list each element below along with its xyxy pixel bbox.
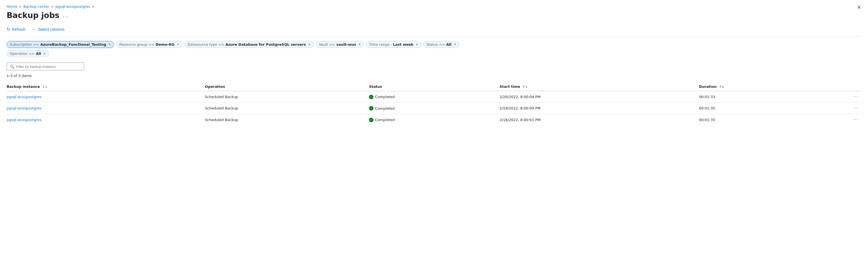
cell-operation: Scheduled Backup bbox=[205, 91, 369, 103]
select-columns-icon: → bbox=[32, 27, 36, 32]
row-more-button[interactable]: ··· bbox=[827, 103, 861, 114]
cell-backup-instance: pgsql-wus\postgres bbox=[7, 114, 205, 125]
breadcrumb-backup-center[interactable]: Backup center bbox=[23, 4, 49, 8]
cell-start-time: 2/20/2022, 8:00:04 PM bbox=[500, 91, 699, 103]
search-input-wrap: 🔍 bbox=[7, 63, 84, 70]
table-row: pgsql-wus\postgres Scheduled Backup ✓ Co… bbox=[7, 103, 861, 114]
breadcrumb-sep-3: > bbox=[92, 5, 95, 8]
filter-subscription[interactable]: Subscription == AzureBackup_Functional_T… bbox=[7, 41, 114, 48]
cell-status: ✓ Completed bbox=[369, 114, 500, 125]
sort-icon-backup-instance[interactable]: ↑↓ bbox=[42, 85, 47, 89]
cell-status: ✓ Completed bbox=[369, 103, 500, 114]
search-input[interactable] bbox=[16, 64, 81, 69]
filters-row-2: Operation == All ✕ bbox=[7, 50, 861, 57]
status-completed-icon: ✓ bbox=[369, 118, 373, 122]
filter-time-range[interactable]: Time range : Last week ✕ bbox=[366, 41, 421, 48]
status-completed-icon: ✓ bbox=[369, 106, 373, 111]
filters-row: Subscription == AzureBackup_Functional_T… bbox=[7, 41, 861, 48]
col-actions bbox=[827, 82, 861, 91]
filter-subscription-close[interactable]: ✕ bbox=[108, 42, 111, 46]
status-completed: ✓ Completed bbox=[369, 118, 395, 122]
cell-operation: Scheduled Backup bbox=[205, 103, 369, 114]
col-operation: Operation bbox=[205, 82, 369, 91]
col-backup-instance: Backup instance ↑↓ bbox=[7, 82, 205, 91]
filter-resource-group-close[interactable]: ✕ bbox=[177, 42, 179, 46]
table-row: pgsql-wus\postgres Scheduled Backup ✓ Co… bbox=[7, 114, 861, 125]
col-status: Status bbox=[369, 82, 500, 91]
breadcrumb-home[interactable]: Home bbox=[7, 4, 17, 8]
cell-duration: 00:01:35 bbox=[699, 103, 827, 114]
select-columns-label: Select columns bbox=[38, 27, 64, 32]
page-header: Backup jobs ... bbox=[7, 11, 861, 20]
filter-operation-close[interactable]: ✕ bbox=[43, 52, 46, 55]
refresh-label: Refresh bbox=[12, 27, 26, 32]
filter-datasource-type[interactable]: Datasource type == Azure Database for Po… bbox=[185, 41, 314, 48]
filter-vault-close[interactable]: ✕ bbox=[358, 42, 361, 46]
col-duration: Duration ↑↓ bbox=[699, 82, 827, 91]
row-more-button[interactable]: ··· bbox=[827, 91, 861, 103]
cell-start-time: 2/19/2022, 8:00:09 PM bbox=[500, 103, 699, 114]
status-label: Completed bbox=[375, 95, 395, 99]
status-completed: ✓ Completed bbox=[369, 106, 395, 111]
backup-instance-link[interactable]: pgsql-wus\postgres bbox=[7, 95, 41, 99]
status-completed-icon: ✓ bbox=[369, 95, 373, 99]
cell-backup-instance: pgsql-wus\postgres bbox=[7, 103, 205, 114]
status-label: Completed bbox=[375, 118, 395, 122]
status-completed: ✓ Completed bbox=[369, 95, 395, 99]
page-title-row: Backup jobs ... bbox=[7, 11, 69, 20]
row-more-button[interactable]: ··· bbox=[827, 114, 861, 125]
breadcrumb-current[interactable]: pgsql-wus\postgres bbox=[55, 4, 90, 8]
search-row: 🔍 bbox=[7, 63, 861, 70]
items-count: 1-3 of 3 items bbox=[7, 74, 861, 78]
refresh-button[interactable]: ↻ Refresh bbox=[7, 26, 26, 33]
cell-start-time: 2/18/2022, 8:00:01 PM bbox=[500, 114, 699, 125]
filter-status-close[interactable]: ✕ bbox=[454, 42, 456, 46]
cell-duration: 00:01:35 bbox=[699, 114, 827, 125]
filter-operation[interactable]: Operation == All ✕ bbox=[7, 50, 49, 57]
breadcrumb: Home > Backup center > pgsql-wus\postgre… bbox=[7, 4, 861, 8]
toolbar: ↻ Refresh → Select columns bbox=[7, 26, 861, 36]
more-options-button[interactable]: ... bbox=[63, 12, 69, 18]
data-table: Backup instance ↑↓ Operation Status Star… bbox=[7, 82, 861, 125]
status-label: Completed bbox=[375, 106, 395, 111]
search-icon: 🔍 bbox=[10, 64, 14, 69]
filter-time-range-close[interactable]: ✕ bbox=[416, 42, 418, 46]
cell-backup-instance: pgsql-wus\postgres bbox=[7, 91, 205, 103]
sort-icon-start-time[interactable]: ↑↓ bbox=[523, 85, 527, 89]
breadcrumb-sep-1: > bbox=[19, 5, 22, 8]
page-title: Backup jobs bbox=[7, 11, 59, 20]
filter-status[interactable]: Status == All ✕ bbox=[424, 41, 460, 48]
backup-instance-link[interactable]: pgsql-wus\postgres bbox=[7, 106, 41, 110]
close-button[interactable]: ✕ bbox=[857, 4, 861, 10]
backup-instance-link[interactable]: pgsql-wus\postgres bbox=[7, 118, 41, 122]
sort-icon-duration[interactable]: ↑↓ bbox=[719, 85, 724, 89]
page-container: Home > Backup center > pgsql-wus\postgre… bbox=[0, 0, 868, 256]
cell-duration: 00:01:33 bbox=[699, 91, 827, 103]
table-row: pgsql-wus\postgres Scheduled Backup ✓ Co… bbox=[7, 91, 861, 103]
filter-vault[interactable]: Vault == vault-wus ✕ bbox=[316, 41, 364, 48]
refresh-icon: ↻ bbox=[7, 27, 10, 32]
cell-status: ✓ Completed bbox=[369, 91, 500, 103]
filter-resource-group[interactable]: Resource group == Demo-RG ✕ bbox=[116, 41, 182, 48]
table-header-row: Backup instance ↑↓ Operation Status Star… bbox=[7, 82, 861, 91]
filter-datasource-type-close[interactable]: ✕ bbox=[308, 42, 311, 46]
col-start-time: Start time ↑↓ bbox=[500, 82, 699, 91]
select-columns-button[interactable]: → Select columns bbox=[32, 26, 64, 33]
breadcrumb-sep-2: > bbox=[51, 5, 54, 8]
cell-operation: Scheduled Backup bbox=[205, 114, 369, 125]
